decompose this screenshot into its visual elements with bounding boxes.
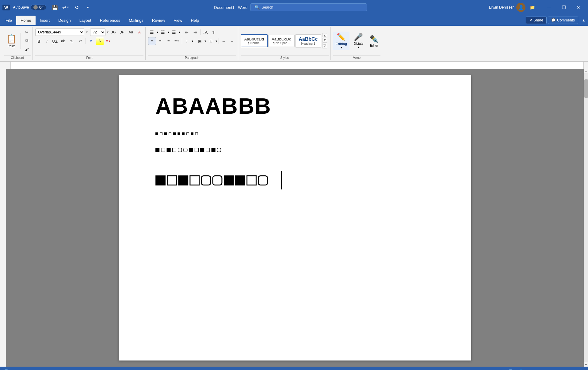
style-heading1[interactable]: AaBbCc Heading 1 <box>295 34 321 48</box>
tab-references[interactable]: References <box>96 16 124 25</box>
shading-dropdown[interactable]: ▼ <box>204 40 207 43</box>
dictate-button[interactable]: 🎤 Dictate ▼ <box>352 32 365 50</box>
document-canvas[interactable]: ABAABBB ■□■□■■■□■□ ■□■□▢▢■□■□■▢ ■□■□▢▢■■… <box>6 69 584 367</box>
scroll-up-button[interactable]: ▲ <box>584 69 588 73</box>
read-mode-button[interactable]: 📖 <box>497 369 504 370</box>
font-size-select[interactable]: 72 <box>90 29 105 36</box>
close-button[interactable]: ✕ <box>571 2 586 12</box>
page-indicator[interactable]: 📄 Page 1 of 1 <box>3 369 30 370</box>
language-selector[interactable]: English (United States) <box>64 369 104 370</box>
para-sep5 <box>219 38 219 44</box>
proofing-button[interactable]: ✓ <box>54 369 59 370</box>
scroll-thumb[interactable] <box>584 79 588 98</box>
tab-help[interactable]: Help <box>186 16 203 25</box>
font-color-button[interactable]: A▼ <box>104 37 112 45</box>
display-settings-button[interactable]: ⚙ Display Settings <box>441 369 475 370</box>
increase-font-button[interactable]: A+ <box>110 28 118 36</box>
font-name-select[interactable]: Overlap14449 <box>35 29 84 36</box>
tab-mailings[interactable]: Mailings <box>124 16 148 25</box>
undo-button[interactable]: ↩▼ <box>62 3 70 12</box>
zoom-out-button[interactable]: − <box>528 369 532 370</box>
subscript-button[interactable]: x₂ <box>68 37 76 45</box>
shading-button[interactable]: ▣ <box>196 37 204 45</box>
bold-button[interactable]: B <box>35 37 43 45</box>
right-scrollbar[interactable]: ▲ ▼ <box>584 69 588 367</box>
borders-button[interactable]: ⊞ <box>207 37 215 45</box>
dictate-dropdown[interactable]: ▼ <box>357 46 360 49</box>
styles-scroll-up[interactable]: ▲ <box>322 33 327 37</box>
decrease-font-button[interactable]: A- <box>118 28 126 36</box>
paste-button[interactable]: 📋 Paste <box>4 33 19 49</box>
autosave-toggle[interactable]: Off <box>31 5 46 10</box>
redo-button[interactable]: ↺ <box>73 3 81 12</box>
tab-layout[interactable]: Layout <box>75 16 96 25</box>
styles-open-button[interactable]: ▽ <box>322 42 327 48</box>
clear-formatting-button[interactable]: A <box>136 28 143 36</box>
multilevel-button[interactable]: ☲ <box>170 28 178 36</box>
align-left-button[interactable]: ≡ <box>148 37 156 45</box>
underline-button[interactable]: U▼ <box>51 37 59 45</box>
zoom-controls[interactable]: − + 100% <box>528 369 585 370</box>
line-spacing-dropdown[interactable]: ▼ <box>191 40 194 43</box>
print-layout-button[interactable]: 📄 <box>507 369 514 370</box>
text-highlight-button[interactable]: A <box>96 37 104 45</box>
word-count[interactable]: 4 words <box>34 369 50 370</box>
web-layout-button[interactable]: 🌐 <box>517 369 525 370</box>
editing-dropdown[interactable]: ▼ <box>340 46 342 49</box>
save-button[interactable]: 💾 <box>51 3 59 12</box>
zoom-in-button[interactable]: + <box>567 369 571 370</box>
focus-button[interactable]: ⊡ Focus <box>478 369 494 370</box>
editor-button[interactable]: ✒️ Editor <box>368 33 380 48</box>
scroll-track[interactable] <box>584 73 588 362</box>
copy-button[interactable]: ⧉ <box>23 37 31 45</box>
minimize-button[interactable]: — <box>542 2 556 12</box>
search-bar[interactable]: 🔍 Search <box>250 3 367 11</box>
customize-qat-button[interactable]: ▼ <box>84 3 92 12</box>
line-spacing-button[interactable]: ↕ <box>183 37 191 45</box>
tab-insert[interactable]: Insert <box>36 16 54 25</box>
justify-dropdown[interactable]: ▼ <box>177 40 179 43</box>
format-painter-button[interactable]: 🖌 <box>23 45 31 53</box>
underline-dropdown[interactable]: ▼ <box>55 40 58 43</box>
user-info[interactable]: Erwin Denissen 👤 <box>489 3 525 12</box>
rtl-button[interactable]: → <box>228 37 236 45</box>
decrease-indent-button[interactable]: ⇤ <box>183 28 191 36</box>
style-no-spacing[interactable]: AaBbCcDd ¶ No Spac... <box>268 35 295 47</box>
justify-button[interactable]: ≡ ▼ <box>173 37 181 45</box>
font-color-dropdown[interactable]: ▼ <box>108 40 111 43</box>
restore-button[interactable]: ❐ <box>557 2 571 12</box>
title-bar-icons: 💾 ↩▼ ↺ ▼ <box>51 3 92 12</box>
bullets-dropdown[interactable]: ▼ <box>156 31 159 34</box>
cut-button[interactable]: ✂ <box>23 28 31 36</box>
sort-button[interactable]: ↕A <box>201 28 209 36</box>
multilevel-dropdown[interactable]: ▼ <box>178 31 181 34</box>
editing-mode-button[interactable]: ✏️ Editing ▼ <box>333 32 349 50</box>
comments-button[interactable]: 💬 Comments <box>548 17 578 24</box>
italic-button[interactable]: I <box>43 37 51 45</box>
zoom-level[interactable]: 100% <box>573 369 585 370</box>
scroll-down-button[interactable]: ▼ <box>584 362 588 367</box>
tab-design[interactable]: Design <box>54 16 75 25</box>
share-button[interactable]: ↗ Share <box>526 17 547 24</box>
change-case-button[interactable]: Aa <box>127 28 135 36</box>
tab-file[interactable]: File <box>1 16 16 25</box>
styles-scroll-down[interactable]: ▼ <box>322 38 327 42</box>
style-normal[interactable]: AaBbCcDd ¶ Normal <box>241 34 268 47</box>
superscript-button[interactable]: x² <box>76 37 84 45</box>
align-center-button[interactable]: ≡ <box>156 37 164 45</box>
onedrive-icon[interactable]: 📁 <box>528 3 536 12</box>
text-effects-button[interactable]: A <box>87 37 95 45</box>
show-formatting-button[interactable]: ¶ <box>210 28 218 36</box>
bullets-button[interactable]: ☰ <box>148 28 156 36</box>
tab-home[interactable]: Home <box>16 16 36 25</box>
numbering-dropdown[interactable]: ▼ <box>167 31 170 34</box>
tab-review[interactable]: Review <box>148 16 170 25</box>
tab-view[interactable]: View <box>169 16 186 25</box>
align-right-button[interactable]: ≡ <box>165 37 173 45</box>
borders-dropdown[interactable]: ▼ <box>215 40 218 43</box>
collapse-ribbon-button[interactable]: ▲ <box>581 17 587 23</box>
ltr-button[interactable]: ← <box>220 37 228 45</box>
strikethrough-button[interactable]: ab <box>59 37 67 45</box>
increase-indent-button[interactable]: ⇥ <box>191 28 199 36</box>
numbering-button[interactable]: ☱ <box>159 28 167 36</box>
